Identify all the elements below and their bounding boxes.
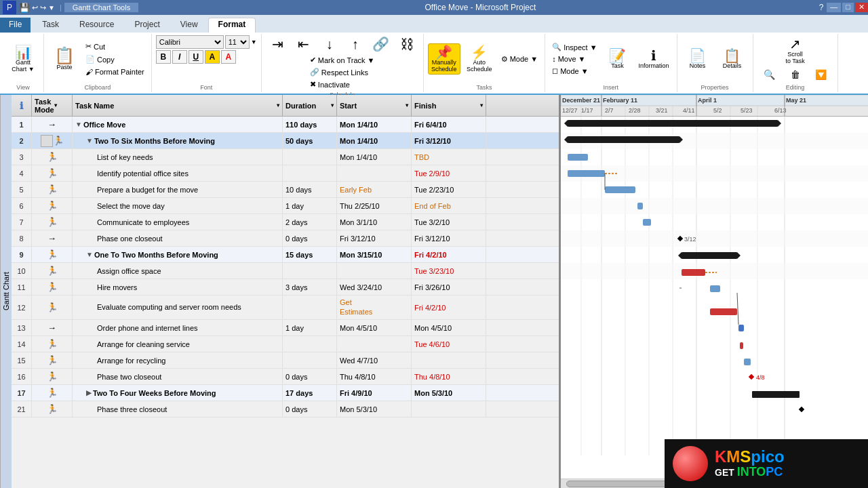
th-finish[interactable]: Finish ▾: [412, 95, 486, 116]
font-size-select[interactable]: 11: [225, 35, 250, 49]
svg-marker-42: [778, 120, 781, 127]
respect-links-btn[interactable]: 🔗 Respect Links: [307, 66, 378, 78]
table-row[interactable]: 2 🏃 ▼ Two To Six Months Before Moving 50…: [12, 133, 559, 149]
close-btn[interactable]: ✕: [855, 3, 868, 12]
move-btn[interactable]: ↕ Move ▼: [549, 54, 599, 64]
paste-btn[interactable]: 📋 Paste: [48, 45, 81, 73]
table-row[interactable]: 9 🏃 ▼ One To Two Months Before Moving 15…: [12, 247, 559, 263]
format-painter-icon: 🖌: [85, 68, 93, 76]
format-painter-btn[interactable]: 🖌 Format Painter: [83, 66, 147, 77]
tab-view[interactable]: View: [170, 18, 208, 33]
bold-btn[interactable]: B: [156, 50, 171, 64]
mark-on-track-btn[interactable]: ✔ Mark on Track ▼: [307, 54, 378, 66]
th-duration[interactable]: Duration ▾: [283, 95, 337, 116]
maximize-btn[interactable]: □: [842, 3, 854, 12]
task-finish: Fri 6/4/10: [412, 117, 486, 132]
italic-btn[interactable]: I: [172, 50, 187, 64]
tab-resource[interactable]: Resource: [69, 18, 124, 33]
tab-task[interactable]: Task: [32, 18, 69, 33]
task-name: Phase two closeout: [73, 369, 283, 384]
copy-icon: 📄: [85, 55, 95, 64]
inspect-btn[interactable]: 🔍 Inspect ▼: [549, 41, 599, 53]
task-name-text: Arrange for cleaning service: [97, 340, 190, 348]
move-down-btn[interactable]: ↓: [317, 35, 342, 53]
tab-format[interactable]: Format: [208, 18, 256, 33]
manually-schedule-btn[interactable]: 📌 ManuallySchedule: [428, 43, 460, 75]
collapse-btn[interactable]: ▼: [75, 121, 82, 128]
gantt-chart-btn[interactable]: 📊 GanttChart ▼: [7, 43, 39, 75]
table-row[interactable]: 15 🏃 Arrange for recycling Wed 4/7/10: [12, 352, 559, 369]
table-row[interactable]: 6 🏃 Select the move day 1 day Thu 2/25/1…: [12, 198, 559, 214]
font-name-select[interactable]: Calibri: [156, 35, 224, 49]
outdent-btn[interactable]: ⇤: [292, 35, 316, 53]
notes-btn[interactable]: 📄 Notes: [682, 47, 714, 71]
font-color-btn[interactable]: A: [221, 50, 236, 64]
task-mode: →: [32, 117, 73, 132]
underline-btn[interactable]: U: [189, 50, 203, 64]
customize-btn[interactable]: ▼: [48, 4, 55, 12]
collapse-btn[interactable]: ▼: [86, 137, 93, 144]
undo-btn[interactable]: ↩: [32, 3, 38, 12]
scroll-to-task-btn[interactable]: ↗ Scrollto Task: [778, 35, 813, 66]
link-btn[interactable]: 🔗: [369, 35, 393, 53]
task-id: 13: [12, 320, 32, 336]
task-mode-icon: 🏃: [53, 136, 64, 146]
copy-btn[interactable]: 📄 Copy: [83, 54, 147, 65]
task-mode-icon: 🏃: [47, 152, 58, 162]
task-finish: Fri 4/2/10: [412, 296, 486, 319]
information-btn[interactable]: ℹ Information: [635, 47, 673, 71]
table-row[interactable]: 7 🏃 Communicate to employees 2 days Mon …: [12, 214, 559, 230]
th-finish-sort-icon: ▾: [480, 102, 483, 108]
unlink-btn[interactable]: ⛓: [395, 35, 419, 53]
tab-file[interactable]: File: [0, 18, 31, 33]
task-name-text: Identify potential office sites: [97, 169, 189, 178]
task-duration: 15 days: [283, 247, 337, 262]
table-row[interactable]: 12 🏃 Evaluate computing and server room …: [12, 296, 559, 320]
task-mode: →: [32, 230, 73, 246]
find-btn[interactable]: 🔍: [757, 68, 782, 81]
table-row[interactable]: 11 🏃 Hire movers 3 days Wed 3/24/10 Fri …: [12, 279, 559, 296]
svg-rect-51: [643, 219, 651, 226]
details-label: Details: [723, 62, 742, 69]
task-mode: 🏃: [32, 352, 73, 368]
table-row[interactable]: 4 🏃 Identify potential office sites Tue …: [12, 165, 559, 182]
table-row[interactable]: 8 → Phase one closeout 0 days Fri 3/12/1…: [12, 230, 559, 247]
table-row[interactable]: 16 🏃 Phase two closeout 0 days Thu 4/8/1…: [12, 369, 559, 385]
th-start[interactable]: Start ▾: [337, 95, 412, 116]
mode-btn[interactable]: ◻ Mode ▼: [549, 65, 599, 77]
fill-btn[interactable]: 🔽: [809, 68, 833, 81]
inactivate-btn[interactable]: ✖ Inactivate: [307, 79, 378, 90]
move-up-btn[interactable]: ↑: [343, 35, 368, 53]
table-row[interactable]: 5 🏃 Prepare a budget for the move 10 day…: [12, 182, 559, 198]
svg-rect-38: [561, 230, 868, 247]
auto-schedule-btn[interactable]: ⚡ AutoSchedule: [463, 43, 496, 75]
th-mode[interactable]: TaskMode ▾: [32, 95, 73, 116]
collapse-btn[interactable]: ▶: [86, 389, 92, 396]
help-btn[interactable]: ?: [817, 3, 826, 12]
details-btn[interactable]: 📋 Details: [716, 47, 749, 71]
table-row[interactable]: 21 🏃 Phase three closeout 0 days Mon 5/3…: [12, 401, 559, 418]
collapse-btn[interactable]: ▼: [86, 251, 93, 258]
table-row[interactable]: 14 🏃 Arrange for cleaning service Tue 4/…: [12, 336, 559, 352]
task-mode: →: [32, 320, 73, 336]
redo-btn[interactable]: ↪: [40, 3, 46, 12]
save-btn[interactable]: 💾: [19, 3, 30, 13]
task-btn[interactable]: 📝 Task: [601, 47, 634, 71]
table-row[interactable]: 13 → Order phone and internet lines 1 da…: [12, 320, 559, 336]
tab-project[interactable]: Project: [124, 18, 170, 33]
table-row[interactable]: 17 🏃 ▶ Two To Four Weeks Before Moving 1…: [12, 385, 559, 401]
table-row[interactable]: 3 🏃 List of key needs Mon 1/4/10 TBD: [12, 149, 559, 165]
th-name[interactable]: Task Name ▾: [73, 95, 283, 116]
table-row[interactable]: 1 → ▼ Office Move 110 days Mon 1/4/10 Fr…: [12, 117, 559, 133]
task-start: Mon 1/4/10: [337, 149, 412, 165]
view-group: 📊 GanttChart ▼ View: [3, 34, 44, 92]
indent-btn[interactable]: ⇥: [266, 35, 290, 53]
minimize-btn[interactable]: —: [827, 3, 841, 12]
highlight-btn[interactable]: A: [205, 50, 220, 64]
clear-btn[interactable]: 🗑: [783, 68, 808, 81]
cut-btn[interactable]: ✂ Cut: [83, 41, 147, 52]
kms-k: K: [715, 447, 726, 466]
task-mode-btn[interactable]: ⚙ Mode ▼: [498, 54, 540, 65]
gantt-chart-icon: 📊: [15, 45, 32, 59]
table-row[interactable]: 10 🏃 Assign office space Tue 3/23/10: [12, 263, 559, 279]
